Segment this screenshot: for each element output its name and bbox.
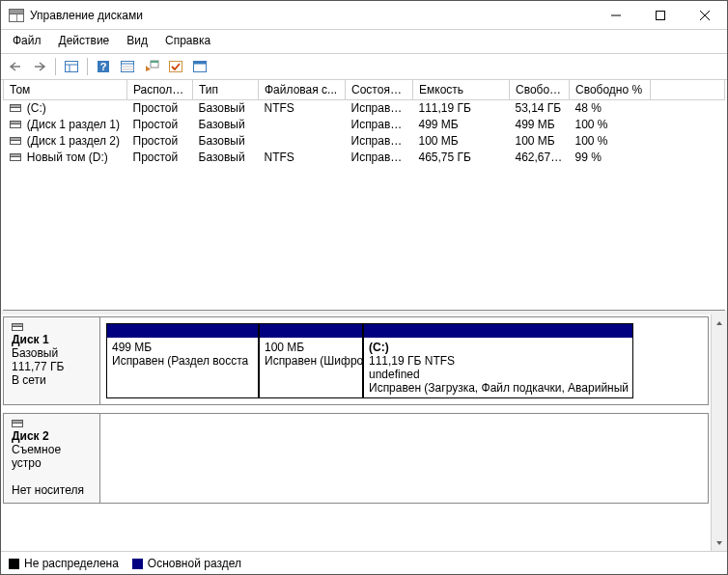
- cell-freepct: 99 %: [570, 150, 651, 166]
- scroll-down-icon[interactable]: [712, 534, 727, 551]
- close-button[interactable]: [683, 1, 727, 29]
- partition-status: Исправен (Шифро: [265, 354, 357, 368]
- cell-freepct: 48 %: [570, 100, 651, 117]
- cell-type: Базовый: [193, 150, 259, 166]
- col-freepct[interactable]: Свободно %: [570, 80, 651, 100]
- menu-help[interactable]: Справка: [157, 32, 218, 49]
- graphical-view-icon[interactable]: [189, 56, 210, 77]
- cell-status: Исправен...: [346, 150, 413, 166]
- content-area: Том Располо... Тип Файловая с... Состоян…: [1, 80, 727, 574]
- partition-status: Исправен (Загрузка, Файл подкачки, Авари…: [369, 381, 628, 395]
- toolbar: ?: [1, 53, 727, 80]
- menu-file[interactable]: Файл: [5, 32, 49, 49]
- col-layout[interactable]: Располо...: [127, 80, 193, 100]
- primary-swatch: [132, 559, 143, 569]
- titlebar[interactable]: Управление дисками: [1, 1, 727, 30]
- col-status[interactable]: Состояние: [346, 80, 413, 100]
- cell-free: 462,67 ГБ: [510, 150, 570, 166]
- disk-type: Съемное устро: [12, 443, 92, 470]
- disk-row[interactable]: Диск 1Базовый111,77 ГБВ сети499 МБИсправ…: [3, 316, 709, 405]
- unallocated-swatch: [9, 559, 19, 569]
- partition[interactable]: 100 МБИсправен (Шифро: [259, 323, 363, 398]
- disk-graphic-view[interactable]: Диск 1Базовый111,77 ГБВ сети499 МБИсправ…: [1, 315, 711, 551]
- forward-button[interactable]: [29, 56, 50, 77]
- disk-icon: [10, 104, 21, 114]
- view-layout-icon[interactable]: [61, 56, 82, 77]
- details-view-icon[interactable]: [117, 56, 138, 77]
- table-header-row[interactable]: Том Располо... Тип Файловая с... Состоян…: [4, 80, 725, 100]
- partition-size: 499 МБ: [112, 341, 253, 354]
- help-icon[interactable]: ?: [93, 56, 114, 77]
- no-media-area: [100, 414, 708, 503]
- cell-fs: NTFS: [259, 100, 346, 117]
- col-free[interactable]: Свобод...: [510, 80, 570, 100]
- scroll-track[interactable]: [712, 331, 727, 534]
- cell-free: 53,14 ГБ: [510, 100, 570, 117]
- back-button[interactable]: [5, 56, 26, 77]
- col-type[interactable]: Тип: [193, 80, 259, 100]
- partition-status: Исправен (Раздел восста: [112, 354, 253, 368]
- partition[interactable]: 499 МБИсправен (Раздел восста: [106, 323, 259, 398]
- volume-table[interactable]: Том Располо... Тип Файловая с... Состоян…: [3, 80, 725, 166]
- cell-layout: Простой: [127, 150, 193, 166]
- maximize-button[interactable]: [638, 1, 683, 29]
- disk-info[interactable]: Диск 2Съемное устро Нет носителя: [4, 414, 100, 503]
- table-row[interactable]: (Диск 1 раздел 1)ПростойБазовыйИсправен.…: [4, 117, 725, 133]
- disk-graphical-pane: Диск 1Базовый111,77 ГБВ сети499 МБИсправ…: [1, 315, 727, 551]
- partition-subtitle: 111,19 ГБ NTFS: [369, 354, 628, 368]
- cell-fs: NTFS: [259, 150, 346, 166]
- cell-layout: Простой: [127, 117, 193, 133]
- disk-icon: [12, 420, 23, 429]
- menu-view[interactable]: Вид: [119, 32, 155, 49]
- cell-layout: Простой: [127, 100, 193, 117]
- col-fs[interactable]: Файловая с...: [259, 80, 346, 100]
- table-row[interactable]: (C:)ПростойБазовыйNTFSИсправен...111,19 …: [4, 100, 725, 117]
- svg-rect-4: [66, 62, 78, 72]
- cell-type: Базовый: [193, 100, 259, 117]
- app-icon: [9, 9, 24, 22]
- cell-capacity: 499 МБ: [413, 117, 510, 133]
- cell-free: 499 МБ: [510, 117, 570, 133]
- partition-header: [364, 324, 632, 338]
- cell-freepct: 100 %: [570, 133, 651, 150]
- disk-row[interactable]: Диск 2Съемное устро Нет носителя: [3, 413, 709, 504]
- menubar: Файл Действие Вид Справка: [1, 30, 727, 53]
- menu-action[interactable]: Действие: [51, 32, 118, 49]
- refresh-graphical-icon[interactable]: [141, 56, 162, 77]
- cell-status: Исправен...: [346, 133, 413, 150]
- cell-type: Базовый: [193, 133, 259, 150]
- disk-size: 111,77 ГБ: [12, 360, 92, 373]
- cell-layout: Простой: [127, 133, 193, 150]
- svg-rect-14: [151, 61, 158, 63]
- volume-list-pane[interactable]: Том Располо... Тип Файловая с... Состоян…: [3, 80, 725, 311]
- disk-type: Базовый: [12, 346, 92, 360]
- col-capacity[interactable]: Емкость: [413, 80, 510, 100]
- table-row[interactable]: Новый том (D:)ПростойБазовыйNTFSИсправен…: [4, 150, 725, 166]
- cell-fs: [259, 133, 346, 150]
- legend: Не распределена Основной раздел: [1, 551, 727, 574]
- disk-name: Диск 2: [12, 429, 92, 443]
- partition-header: [260, 324, 362, 338]
- cell-status: Исправен...: [346, 100, 413, 117]
- col-volume[interactable]: Том: [4, 80, 127, 100]
- disk-icon: [10, 121, 21, 130]
- table-row[interactable]: (Диск 1 раздел 2)ПростойБазовыйИсправен.…: [4, 133, 725, 150]
- cell-capacity: 111,19 ГБ: [413, 100, 510, 117]
- scroll-up-icon[interactable]: [712, 315, 727, 331]
- cell-free: 100 МБ: [510, 133, 570, 150]
- apply-checkmark-icon[interactable]: [165, 56, 186, 77]
- partition-label: (C:): [369, 341, 628, 354]
- disk-name: Диск 1: [12, 333, 92, 346]
- cell-volume: Новый том (D:): [27, 151, 108, 164]
- disk-icon: [10, 137, 21, 147]
- svg-rect-15: [170, 62, 182, 72]
- partition-size: undefined: [369, 368, 628, 381]
- disk-icon: [12, 323, 23, 333]
- partition[interactable]: (C:)111,19 ГБ NTFSundefinedИсправен (Заг…: [363, 323, 633, 398]
- cell-fs: [259, 117, 346, 133]
- vertical-scrollbar[interactable]: [711, 315, 727, 551]
- minimize-button[interactable]: [594, 1, 638, 29]
- disk-info[interactable]: Диск 1Базовый111,77 ГБВ сети: [4, 317, 100, 404]
- cell-volume: (Диск 1 раздел 2): [27, 134, 120, 148]
- partitions: 499 МБИсправен (Раздел восста100 МБИспра…: [100, 317, 708, 404]
